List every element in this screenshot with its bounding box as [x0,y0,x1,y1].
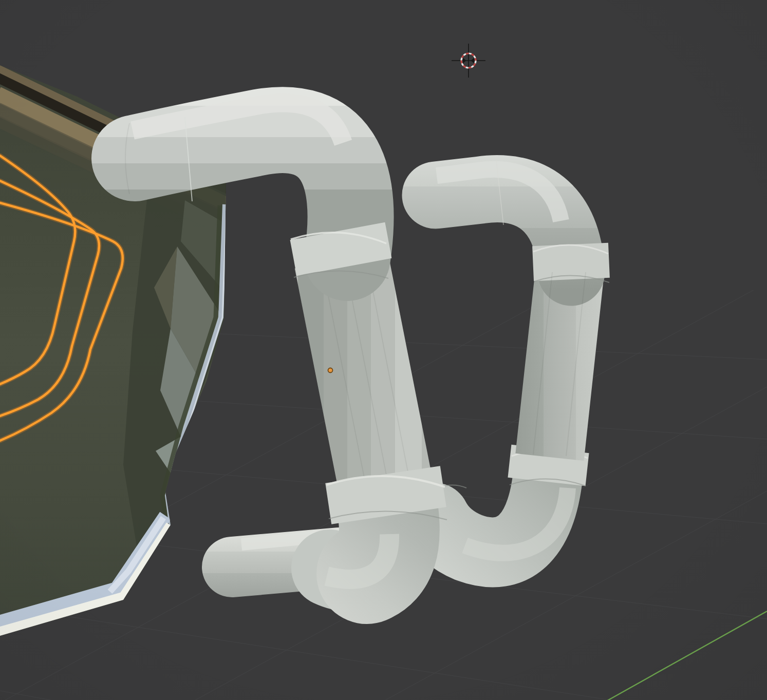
viewport-canvas[interactable] [0,0,767,700]
blender-3d-viewport[interactable] [0,0,767,700]
viewport-vignette [0,0,767,700]
